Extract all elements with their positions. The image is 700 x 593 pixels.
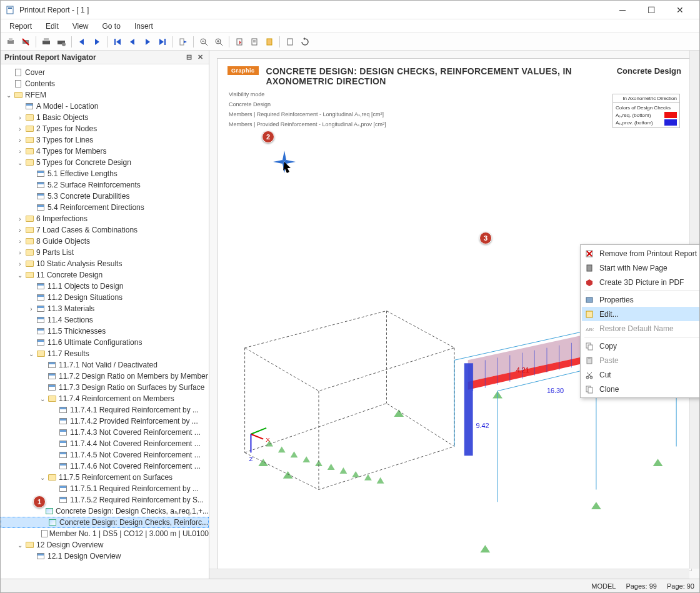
tree-item[interactable]: 11.7.2 Design Ratio on Members by Member (1, 371, 209, 382)
new-doc-icon[interactable] (284, 36, 296, 48)
context-item[interactable]: Create 3D Picture in PDF (582, 275, 699, 289)
context-item[interactable]: CutCtrl+X (582, 367, 699, 382)
tree-item[interactable]: 11.7.5.1 Required Reinforcement by ... (1, 483, 209, 494)
printer-icon[interactable] (40, 36, 52, 48)
tree-item[interactable]: 11.7.4.6 Not Covered Reinforcement ... (1, 461, 209, 472)
menu-goto[interactable]: Go to (98, 21, 126, 32)
tree-item[interactable]: ⌄11.7 Results (1, 348, 209, 359)
tree-item[interactable]: ›9 Parts List (1, 247, 209, 258)
context-item[interactable]: Properties (582, 292, 699, 307)
export-page-icon[interactable] (248, 36, 261, 48)
context-item[interactable]: CopyCtrl+C (582, 339, 699, 353)
printer-settings-icon[interactable] (55, 36, 68, 48)
tree-item[interactable]: 11.4 Sections (1, 314, 209, 326)
tree-item[interactable]: A Model - Location (1, 101, 209, 112)
menu-edit[interactable]: Edit (41, 21, 64, 32)
close-panel-icon[interactable]: ✕ (195, 52, 205, 62)
context-menu[interactable]: Remove from Printout ReportStart with Ne… (580, 244, 699, 398)
tree-item[interactable]: 11.1 Objects to Design (1, 281, 209, 292)
tree-toggle-icon[interactable]: › (27, 306, 36, 312)
tree-toggle-icon[interactable]: ⌄ (27, 351, 36, 357)
tree-toggle-icon[interactable]: › (16, 227, 24, 234)
nav-next-icon[interactable] (91, 36, 103, 48)
zoom-out-icon[interactable] (198, 36, 210, 48)
tree-item[interactable]: 11.7.1 Not Valid / Deactivated (1, 359, 209, 371)
nav-prev2-icon[interactable] (126, 36, 139, 48)
tree-item[interactable]: Concrete Design: Design Checks, aₛ,req,1… (1, 506, 209, 517)
tree-toggle-icon[interactable]: ⌄ (38, 396, 47, 402)
tree-item[interactable]: ⌄11.7.5 Reinforcement on Surfaces (1, 472, 209, 483)
close-button[interactable]: ✕ (666, 1, 694, 19)
tree-item[interactable]: 11.7.4.4 Not Covered Reinforcement ... (1, 438, 209, 449)
tree-toggle-icon[interactable]: › (16, 249, 24, 256)
zoom-in-icon[interactable] (212, 36, 225, 48)
tree-item[interactable]: 11.5 Thicknesses (1, 326, 209, 337)
tree-item[interactable]: ⌄11.7.4 Reinforcement on Members (1, 393, 209, 404)
print-cancel-icon[interactable] (19, 36, 32, 48)
menu-report[interactable]: Report (4, 21, 37, 32)
tree-toggle-icon[interactable]: ⌄ (4, 92, 13, 99)
tree-item[interactable]: ⌄5 Types for Concrete Design (1, 157, 209, 168)
pin-icon[interactable]: ⊟ (184, 52, 194, 62)
maximize-button[interactable]: ☐ (637, 1, 666, 19)
tree-item[interactable]: 5.1 Effective Lengths (1, 168, 209, 179)
tree-toggle-icon[interactable]: › (16, 126, 24, 132)
minimize-button[interactable]: ─ (608, 1, 637, 19)
context-item[interactable]: Start with New Page (582, 261, 699, 275)
tree-toggle-icon[interactable]: › (16, 238, 24, 245)
tree-item[interactable]: 5.2 Surface Reinforcements (1, 179, 209, 191)
refresh-icon[interactable] (299, 36, 311, 48)
nav-next2-icon[interactable] (141, 36, 154, 48)
tree-item[interactable]: ›2 Types for Nodes (1, 123, 209, 134)
tree-toggle-icon[interactable]: › (16, 261, 24, 267)
tree-item[interactable]: ⌄11 Concrete Design (1, 269, 209, 281)
tree-item[interactable]: ›3 Types for Lines (1, 134, 209, 146)
export-doc-icon[interactable] (263, 36, 276, 48)
tree-item[interactable]: ›10 Static Analysis Results (1, 258, 209, 269)
export-pdf-icon[interactable] (233, 36, 246, 48)
tree-item[interactable]: 11.7.4.5 Not Covered Reinforcement ... (1, 449, 209, 461)
context-item[interactable]: Edit... (582, 307, 699, 321)
tree-item[interactable]: ›6 Imperfections (1, 213, 209, 224)
navigator-tree[interactable]: CoverContents⌄RFEMA Model - Location›1 B… (1, 64, 209, 579)
tree-item[interactable]: 11.7.4.1 Required Reinforcement by ... (1, 404, 209, 416)
context-item[interactable]: Clone (582, 382, 699, 396)
horizontal-scrollbar[interactable] (209, 569, 689, 579)
tree-toggle-icon[interactable]: ⌄ (16, 272, 24, 279)
tree-item[interactable]: ⌄RFEM (1, 89, 209, 101)
tree-toggle-icon[interactable]: › (16, 148, 24, 155)
goto-icon[interactable] (177, 36, 189, 48)
tree-toggle-icon[interactable]: ⌄ (16, 159, 24, 166)
tree-item[interactable]: 5.4 Reinforcement Directions (1, 202, 209, 213)
tree-item[interactable]: 11.7.5.2 Required Reinforcement by S... (1, 494, 209, 506)
tree-item[interactable]: Contents (1, 78, 209, 89)
tree-toggle-icon[interactable]: › (16, 114, 24, 121)
tree-toggle-icon[interactable]: › (16, 216, 24, 222)
tree-item[interactable]: ›8 Guide Objects (1, 236, 209, 247)
tree-item[interactable]: 11.2 Design Situations (1, 292, 209, 303)
context-item[interactable]: Remove from Printout Report (582, 246, 699, 261)
tree-item[interactable]: Member No. 1 | DS5 | CO12 | 3.000 m | UL… (1, 528, 209, 539)
tree-item[interactable]: ›11.3 Materials (1, 303, 209, 314)
tree-item[interactable]: 11.7.4.3 Not Covered Reinforcement ... (1, 427, 209, 438)
tree-item[interactable]: 12.1 Design Overview (1, 551, 209, 562)
nav-prev-icon[interactable] (76, 36, 88, 48)
tree-toggle-icon[interactable]: ⌄ (38, 474, 47, 481)
menu-insert[interactable]: Insert (129, 21, 158, 32)
nav-first-icon[interactable] (111, 36, 124, 48)
tree-toggle-icon[interactable]: › (16, 137, 24, 144)
tree-item[interactable]: ›1 Basic Objects (1, 112, 209, 123)
menu-view[interactable]: View (68, 21, 94, 32)
tree-item[interactable]: Concrete Design: Design Checks, Reinforc… (1, 517, 209, 528)
tree-item[interactable]: 5.3 Concrete Durabilities (1, 191, 209, 202)
tree-item[interactable]: 11.6 Ultimate Configurations (1, 337, 209, 348)
nav-last-icon[interactable] (156, 36, 169, 48)
tree-toggle-icon[interactable]: ⌄ (16, 542, 24, 549)
tree-item[interactable]: ›4 Types for Members (1, 146, 209, 157)
tree-item[interactable]: 11.7.3 Design Ratio on Surfaces by Surfa… (1, 382, 209, 393)
tree-item[interactable]: Cover (1, 67, 209, 78)
print-icon[interactable] (4, 36, 17, 48)
tree-item[interactable]: ⌄12 Design Overview (1, 539, 209, 551)
tree-item[interactable]: 11.7.4.2 Provided Reinforcement by ... (1, 416, 209, 427)
tree-item[interactable]: ›7 Load Cases & Combinations (1, 224, 209, 236)
